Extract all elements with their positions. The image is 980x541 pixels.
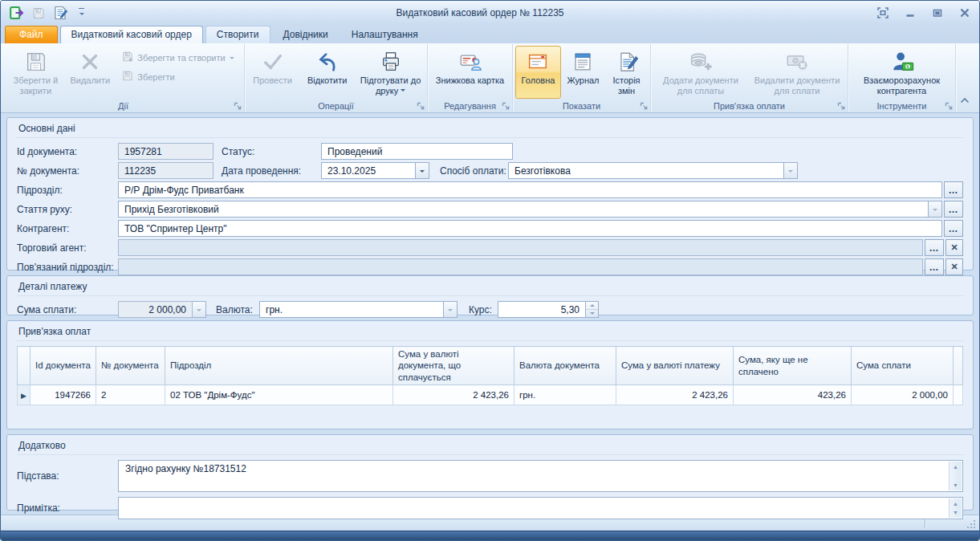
rate-spinner[interactable] — [586, 301, 599, 318]
pay-method-field[interactable]: Безготівкова — [508, 162, 784, 179]
dialog-launcher-icon[interactable] — [417, 102, 425, 111]
window-controls — [876, 7, 971, 19]
counterparty-field[interactable]: ТОВ "Спринтер Центр" — [118, 220, 942, 237]
header-department[interactable]: Підрозділ — [165, 347, 393, 385]
post-date-dropdown-icon[interactable] — [416, 162, 429, 179]
window-title: Видатковий касовий ордер № 112235 — [84, 7, 876, 18]
dialog-launcher-icon[interactable] — [945, 102, 954, 111]
save-close-button[interactable]: Зберегти й закрити — [9, 46, 62, 99]
amount-dropdown-icon[interactable] — [193, 301, 206, 318]
basis-scrollbar[interactable]: ▲ ▼ — [949, 462, 962, 490]
note-scrollbar[interactable]: ▲ ▼ — [949, 498, 962, 518]
tab-document[interactable]: Видатковий касовий ордер — [60, 26, 203, 43]
payments-table: Id документа № документа Підрозділ Сума … — [17, 346, 963, 405]
header-doc-currency[interactable]: Валюта документа — [514, 347, 616, 385]
show-main-button[interactable]: Головна — [515, 46, 561, 99]
qat-customize-icon[interactable] — [79, 8, 84, 18]
post-button[interactable]: Провести — [247, 46, 298, 99]
flow-item-field[interactable]: Прихід Безготівковий — [118, 201, 929, 218]
minimize-icon[interactable] — [903, 7, 917, 19]
save-icon[interactable] — [30, 6, 46, 21]
header-row-indicator — [18, 347, 30, 385]
tab-references[interactable]: Довідники — [273, 26, 339, 43]
show-journal-button[interactable]: Журнал — [562, 46, 604, 99]
window-frame-bottom — [1, 531, 979, 540]
header-doc-number[interactable]: № документа — [96, 347, 165, 385]
dialog-launcher-icon[interactable] — [837, 102, 846, 111]
cell-amount-paid: 2 000,00 — [852, 385, 954, 405]
save-button[interactable]: Зберегти — [121, 70, 234, 83]
table-row[interactable]: ▶ 1947266 2 02 ТОВ "Дрім-Фудс" 2 423,26 … — [18, 385, 963, 405]
header-amount-doc-currency[interactable]: Сума у валюті документа, що сплачується — [393, 347, 514, 385]
exit-icon[interactable] — [9, 6, 24, 21]
remove-payment-docs-button[interactable]: Видалити документи для сплати — [749, 46, 845, 99]
scroll-up-icon[interactable]: ▲ — [953, 464, 958, 470]
basis-textarea[interactable]: Згідно рахунку №18731512 ▲ ▼ — [118, 460, 963, 492]
tab-settings[interactable]: Налаштування — [341, 26, 429, 43]
scroll-down-icon[interactable]: ▼ — [953, 510, 958, 515]
tab-file[interactable]: Файл — [5, 26, 58, 43]
pay-method-dropdown-icon[interactable] — [784, 162, 798, 179]
person-money-icon — [889, 49, 915, 74]
journal-icon — [570, 49, 596, 74]
dialog-launcher-icon[interactable] — [502, 102, 510, 111]
tab-create[interactable]: Створити — [205, 26, 270, 43]
agent-clear-button[interactable]: ✕ — [945, 239, 963, 256]
cell-amount-unpaid: 423,26 — [734, 385, 852, 405]
flow-item-dropdown-icon[interactable] — [929, 201, 942, 218]
save-close-icon — [22, 49, 48, 74]
edit-document-icon[interactable] — [52, 6, 67, 21]
group-label-operations: Операції — [318, 101, 354, 111]
department-browse-button[interactable]: … — [944, 181, 963, 198]
counterparty-label: Контрагент: — [17, 223, 118, 234]
mutual-settlement-button[interactable]: Взаєморозрахунок контрагента — [852, 46, 953, 99]
currency-dropdown-icon[interactable] — [444, 301, 457, 318]
rate-field[interactable]: 5,30 — [498, 301, 586, 318]
dialog-launcher-icon[interactable] — [640, 102, 649, 111]
scroll-down-icon[interactable]: ▼ — [953, 482, 958, 488]
note-textarea[interactable]: ▲ ▼ — [118, 497, 963, 519]
add-payment-docs-button[interactable]: Додати документи для сплаты — [653, 46, 748, 99]
flow-item-browse-button[interactable]: … — [944, 201, 963, 218]
close-icon[interactable] — [958, 7, 971, 19]
cell-amount-doc-currency: 2 423,26 — [393, 385, 514, 405]
agent-browse-button[interactable]: … — [925, 239, 944, 256]
row-marker-icon: ▶ — [18, 385, 30, 405]
group-label-actions: Дії — [118, 101, 128, 111]
resize-grip[interactable] — [966, 518, 977, 529]
group-label-show: Показати — [563, 101, 600, 111]
prepare-print-button[interactable]: Підготувати до друку — [356, 46, 425, 99]
fullscreen-icon[interactable] — [876, 7, 889, 19]
post-date-field[interactable]: 23.10.2025 — [321, 162, 416, 179]
dialog-launcher-icon[interactable] — [234, 102, 242, 111]
cell-filler — [954, 385, 963, 405]
header-amount-unpaid[interactable]: Сума, яку ще не сплачено — [734, 347, 852, 385]
related-department-browse-button[interactable]: … — [925, 258, 944, 275]
related-department-clear-button[interactable]: ✕ — [945, 258, 963, 275]
show-history-label: Історія змін — [607, 75, 646, 96]
header-amount-paid[interactable]: Сума сплати — [852, 347, 954, 385]
restore-icon[interactable] — [930, 7, 944, 19]
header-doc-id[interactable]: Id документа — [30, 347, 96, 385]
delete-button[interactable]: Видалити — [63, 46, 117, 99]
collapse-ribbon-icon[interactable] — [958, 95, 971, 106]
discount-card-button[interactable]: Знижкова картка — [432, 46, 509, 99]
currency-label: Валюта: — [216, 304, 259, 315]
save-create-button[interactable]: Зберегти та створити — [121, 51, 234, 64]
counterparty-browse-button[interactable]: … — [944, 220, 963, 237]
ribbon-group-operations: Провести Відкотити Підготувати до друку … — [245, 44, 428, 112]
status-field[interactable]: Проведений — [321, 143, 513, 160]
agent-label: Торговий агент: — [17, 242, 118, 254]
currency-field[interactable]: грн. — [259, 301, 444, 318]
mutual-settlement-label: Взаєморозрахунок контрагента — [853, 75, 951, 96]
show-history-button[interactable]: Історія змін — [605, 46, 648, 99]
agent-field[interactable] — [118, 239, 923, 256]
ribbon-tabs: Файл Видатковий касовий ордер Створити Д… — [1, 25, 979, 43]
rollback-button[interactable]: Відкотити — [299, 46, 356, 99]
panel-links-caption: Прив'язка оплат — [17, 323, 963, 341]
scroll-up-icon[interactable]: ▲ — [953, 501, 958, 506]
header-amount-payment-currency[interactable]: Сума у валюті платежу — [616, 347, 734, 385]
note-text — [119, 498, 962, 502]
related-department-field[interactable] — [118, 258, 923, 275]
department-field[interactable]: Р/Р Дрім-Фудс Приватбанк — [118, 181, 942, 198]
